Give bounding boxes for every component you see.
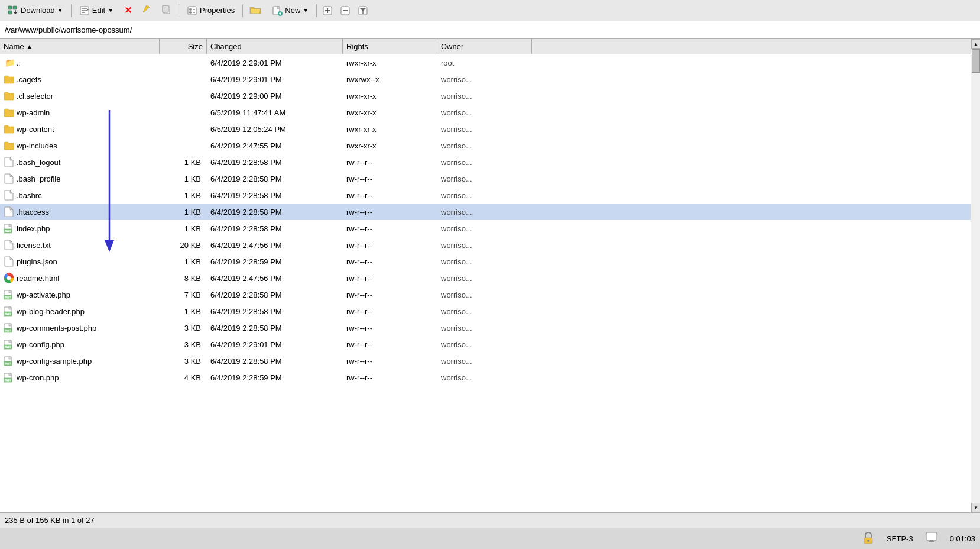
file-rights: rw-r--r-- xyxy=(343,191,437,200)
svg-rect-8 xyxy=(163,5,168,12)
table-row[interactable]: .cl.selector 6/4/2019 2:29:00 PM rwxr-xr… xyxy=(0,88,980,104)
file-changed: 6/4/2019 2:28:58 PM xyxy=(207,158,343,167)
download-chevron: ▼ xyxy=(57,7,63,14)
file-owner: root xyxy=(437,59,532,67)
col-header-rights[interactable]: Rights xyxy=(343,39,437,54)
file-rights: rwxr-xr-x xyxy=(343,125,437,134)
remove-button[interactable] xyxy=(337,2,353,19)
table-row[interactable]: .cagefs 6/4/2019 2:29:01 PM rwxrwx--x wo… xyxy=(0,71,980,88)
file-name: readme.html xyxy=(17,274,59,283)
file-name: .htaccess xyxy=(17,208,49,217)
file-size: 20 KB xyxy=(160,241,207,250)
edit-label: Edit xyxy=(92,6,105,15)
download-button[interactable]: Download ▼ xyxy=(2,2,69,19)
svg-rect-74 xyxy=(926,532,937,540)
filter-button[interactable] xyxy=(355,2,371,19)
table-row[interactable]: .htaccess 1 KB 6/4/2019 2:28:58 PM rw-r-… xyxy=(0,204,980,220)
status-text: 235 B of 155 KB in 1 of 27 xyxy=(5,516,95,525)
svg-rect-2 xyxy=(13,6,17,9)
col-header-owner[interactable]: Owner xyxy=(437,39,532,54)
edit-icon xyxy=(79,5,90,16)
file-rights: rwxr-xr-x xyxy=(343,92,437,101)
file-icon xyxy=(4,74,14,85)
rename-button[interactable] xyxy=(137,2,156,19)
file-owner: worriso... xyxy=(437,241,532,250)
protocol-item: SFTP-3 xyxy=(887,534,913,543)
file-icon xyxy=(4,124,14,134)
table-row[interactable]: wp-admin 6/5/2019 11:47:41 AM rwxr-xr-x … xyxy=(0,104,980,121)
file-icon xyxy=(4,107,14,118)
table-row[interactable]: wp-includes 6/4/2019 2:47:55 PM rwxr-xr-… xyxy=(0,137,980,154)
scrollbar-down[interactable]: ▼ xyxy=(971,503,980,512)
file-name: .. xyxy=(17,59,21,67)
table-row[interactable]: PHP wp-activate.php 7 KB 6/4/2019 2:28:5… xyxy=(0,286,980,303)
table-row[interactable]: PHP wp-config-sample.php 3 KB 6/4/2019 2… xyxy=(0,353,980,369)
svg-rect-75 xyxy=(930,540,933,541)
table-row[interactable]: PHP wp-config.php 3 KB 6/4/2019 2:29:01 … xyxy=(0,336,980,353)
file-name: wp-comments-post.php xyxy=(17,324,96,332)
file-owner: worriso... xyxy=(437,274,532,283)
table-row[interactable]: .bash_profile 1 KB 6/4/2019 2:28:58 PM r… xyxy=(0,170,980,187)
file-size: 7 KB xyxy=(160,290,207,299)
file-changed: 6/4/2019 2:28:58 PM xyxy=(207,290,343,299)
file-icon: PHP xyxy=(4,289,14,300)
download-icon xyxy=(8,5,18,16)
svg-rect-9 xyxy=(188,7,196,15)
table-row[interactable]: PHP index.php 1 KB 6/4/2019 2:28:58 PM r… xyxy=(0,220,980,237)
properties-button[interactable]: Properties xyxy=(181,2,240,19)
svg-text:PHP: PHP xyxy=(5,312,11,316)
current-path: /var/www/public/worrisome-opossum/ xyxy=(5,25,132,34)
file-rights: rw-r--r-- xyxy=(343,373,437,382)
file-owner: worriso... xyxy=(437,75,532,84)
file-owner: worriso... xyxy=(437,324,532,332)
file-size: 1 KB xyxy=(160,158,207,167)
file-owner: worriso... xyxy=(437,158,532,167)
svg-text:PHP: PHP xyxy=(5,230,11,233)
scrollbar-up[interactable]: ▲ xyxy=(971,39,980,49)
file-icon: PHP xyxy=(4,372,14,383)
table-row[interactable]: .bash_logout 1 KB 6/4/2019 2:28:58 PM rw… xyxy=(0,154,980,170)
svg-rect-0 xyxy=(8,6,12,9)
file-owner: worriso... xyxy=(437,224,532,233)
add-button[interactable] xyxy=(319,2,336,19)
file-rights: rw-r--r-- xyxy=(343,357,437,366)
table-row[interactable]: license.txt 20 KB 6/4/2019 2:47:56 PM rw… xyxy=(0,237,980,253)
file-icon: PHP xyxy=(4,322,14,333)
file-owner: worriso... xyxy=(437,357,532,366)
file-changed: 6/4/2019 2:28:58 PM xyxy=(207,324,343,332)
col-header-name[interactable]: Name ▲ xyxy=(0,39,160,54)
table-row[interactable]: PHP wp-blog-header.php 1 KB 6/4/2019 2:2… xyxy=(0,303,980,319)
new-button[interactable]: New ▼ xyxy=(267,2,314,19)
status-bar: 235 B of 155 KB in 1 of 27 xyxy=(0,512,980,528)
file-name: .bashrc xyxy=(17,191,42,200)
file-owner: worriso... xyxy=(437,125,532,134)
table-row[interactable]: .bashrc 1 KB 6/4/2019 2:28:58 PM rw-r--r… xyxy=(0,187,980,204)
table-row[interactable]: PHP wp-comments-post.php 3 KB 6/4/2019 2… xyxy=(0,319,980,336)
col-header-changed[interactable]: Changed xyxy=(207,39,343,54)
rename-icon xyxy=(141,4,152,17)
table-row[interactable]: readme.html 8 KB 6/4/2019 2:47:56 PM rw-… xyxy=(0,270,980,286)
file-owner: worriso... xyxy=(437,191,532,200)
delete-button[interactable]: ✕ xyxy=(120,2,136,19)
table-row[interactable]: plugins.json 1 KB 6/4/2019 2:28:59 PM rw… xyxy=(0,253,980,270)
copy-button[interactable] xyxy=(157,2,176,19)
edit-button[interactable]: Edit ▼ xyxy=(74,2,119,19)
bottom-bar: SFTP-3 0:01:03 xyxy=(0,528,980,549)
file-icon: PHP xyxy=(4,223,14,234)
table-row[interactable]: 📁 .. 6/4/2019 2:29:01 PM rwxr-xr-x root xyxy=(0,54,980,71)
monitor-icon xyxy=(925,531,938,546)
file-changed: 6/4/2019 2:47:56 PM xyxy=(207,274,343,283)
file-name: wp-includes xyxy=(17,141,57,150)
file-size: 3 KB xyxy=(160,324,207,332)
table-row[interactable]: PHP wp-cron.php 4 KB 6/4/2019 2:28:59 PM… xyxy=(0,369,980,386)
open-folder-button[interactable] xyxy=(245,2,265,19)
scrollbar-thumb[interactable] xyxy=(972,49,980,73)
properties-label: Properties xyxy=(200,6,235,15)
col-header-size[interactable]: Size xyxy=(160,39,207,54)
sort-arrow: ▲ xyxy=(27,43,33,50)
file-changed: 6/4/2019 2:28:59 PM xyxy=(207,373,343,382)
copy-icon xyxy=(161,4,172,17)
svg-text:PHP: PHP xyxy=(5,345,11,349)
file-size: 8 KB xyxy=(160,274,207,283)
table-row[interactable]: wp-content 6/5/2019 12:05:24 PM rwxr-xr-… xyxy=(0,121,980,137)
